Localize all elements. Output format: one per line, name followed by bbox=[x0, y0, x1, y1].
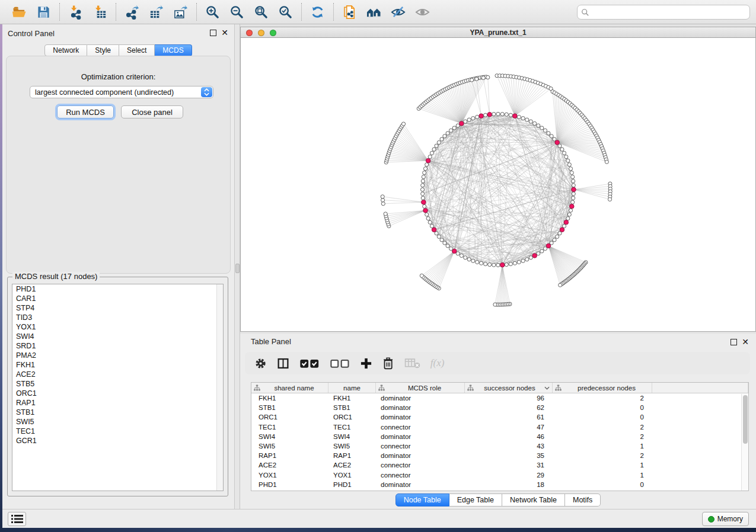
tab-network-table[interactable]: Network Table bbox=[502, 493, 565, 507]
mcds-tab-content: Optimization criterion: largest connecte… bbox=[6, 56, 231, 274]
control-panel-float-button[interactable] bbox=[210, 30, 216, 36]
toolbar-group bbox=[4, 4, 59, 20]
mcds-result-item[interactable]: GCR1 bbox=[12, 436, 223, 446]
column-header-name[interactable]: name bbox=[328, 383, 376, 393]
table-row[interactable]: YOX1YOX1connector291 bbox=[251, 470, 748, 480]
cell: dominator bbox=[376, 393, 465, 403]
network-canvas[interactable] bbox=[241, 38, 755, 331]
table-scrollbar-thumb[interactable] bbox=[743, 395, 748, 444]
task-history-button[interactable] bbox=[8, 512, 26, 526]
column-header-successor-nodes[interactable]: successor nodes bbox=[465, 383, 553, 393]
memory-button[interactable]: Memory bbox=[702, 512, 749, 526]
mcds-result-item[interactable]: STB1 bbox=[12, 408, 223, 417]
hide-selected-button[interactable] bbox=[390, 4, 406, 20]
network-graph[interactable] bbox=[241, 38, 755, 331]
table-row[interactable]: RAP1RAP1dominator352 bbox=[251, 451, 748, 460]
mcds-result-item[interactable]: ORC1 bbox=[12, 389, 223, 398]
add-column-button[interactable] bbox=[360, 356, 372, 370]
list-icon bbox=[11, 515, 23, 523]
control-panel-close-button[interactable]: ✕ bbox=[220, 27, 229, 38]
mcds-result-item[interactable]: TEC1 bbox=[12, 427, 223, 436]
cell: connector bbox=[376, 460, 465, 470]
mcds-result-item[interactable]: PHD1 bbox=[12, 284, 223, 294]
table-row[interactable]: PHD1PHD1dominator180 bbox=[251, 480, 748, 489]
cell: 47 bbox=[465, 422, 553, 432]
import-table-button[interactable] bbox=[92, 4, 108, 20]
mcds-list-scrollbar[interactable] bbox=[216, 284, 223, 491]
export-image-button[interactable] bbox=[173, 4, 189, 20]
zoom-out-button[interactable] bbox=[229, 4, 245, 20]
cell: dominator bbox=[376, 480, 465, 489]
mcds-result-item[interactable]: RAP1 bbox=[12, 398, 223, 408]
table-panel-close-button[interactable]: ✕ bbox=[741, 336, 750, 347]
cell: SWI4 bbox=[251, 432, 328, 441]
export-table-button[interactable] bbox=[148, 4, 164, 20]
column-header-predecessor-nodes[interactable]: predecessor nodes bbox=[553, 383, 652, 393]
mcds-result-item[interactable]: SWI5 bbox=[12, 417, 223, 427]
column-header-MCDS-role[interactable]: MCDS role bbox=[376, 383, 465, 393]
network-window-title: YPA_prune.txt_1 bbox=[241, 28, 755, 37]
refresh-view-button[interactable] bbox=[310, 4, 326, 20]
tab-style[interactable]: Style bbox=[87, 44, 119, 56]
mcds-result-item[interactable]: TID3 bbox=[12, 313, 223, 322]
mcds-result-item[interactable]: STB5 bbox=[12, 379, 223, 389]
show-all-button[interactable] bbox=[414, 4, 430, 20]
panel-splitter bbox=[235, 24, 240, 509]
table-panel-float-button[interactable] bbox=[731, 339, 737, 345]
tab-network[interactable]: Network bbox=[44, 44, 87, 56]
zoom-fit-button[interactable] bbox=[253, 4, 269, 20]
table-row[interactable]: SWI4SWI4dominator462 bbox=[251, 432, 748, 441]
table-row[interactable]: TEC1TEC1connector472 bbox=[251, 422, 748, 432]
cell: 2 bbox=[553, 432, 652, 441]
tab-select[interactable]: Select bbox=[119, 44, 155, 56]
mcds-result-item[interactable]: YOX1 bbox=[12, 322, 223, 332]
mcds-result-item[interactable]: FKH1 bbox=[12, 360, 223, 370]
mcds-result-item[interactable]: SWI4 bbox=[12, 332, 223, 341]
table-row[interactable]: ACE2ACE2connector311 bbox=[251, 460, 748, 470]
select-all-columns-button[interactable] bbox=[299, 356, 320, 370]
table-mode-button[interactable] bbox=[254, 356, 267, 370]
cell: 2 bbox=[553, 451, 652, 460]
select-all-columns-icon bbox=[299, 357, 320, 370]
show-columns-button[interactable] bbox=[277, 356, 289, 370]
optimization-criterion-value: largest connected component (undirected) bbox=[35, 88, 174, 97]
close-panel-button[interactable]: Close panel bbox=[121, 105, 183, 118]
import-network-button[interactable] bbox=[68, 4, 84, 20]
column-header-shared-name[interactable]: shared name bbox=[251, 383, 328, 393]
new-network-from-selection-button[interactable] bbox=[342, 4, 358, 20]
memory-label: Memory bbox=[717, 515, 743, 523]
zoom-in-icon bbox=[205, 5, 220, 20]
splitter-handle[interactable] bbox=[235, 264, 240, 273]
export-network-button[interactable] bbox=[124, 4, 140, 20]
table-row[interactable]: STB1STB1dominator620 bbox=[251, 403, 748, 412]
mcds-result-item[interactable]: ACE2 bbox=[12, 370, 223, 379]
table-row[interactable]: SWI5SWI5connector431 bbox=[251, 441, 748, 451]
optimization-criterion-select[interactable]: largest connected component (undirected) bbox=[30, 86, 213, 98]
run-mcds-button[interactable]: Run MCDS bbox=[57, 105, 114, 118]
cell: 1 bbox=[553, 460, 652, 470]
tab-edge-table[interactable]: Edge Table bbox=[449, 493, 502, 507]
mcds-result-item[interactable]: CAR1 bbox=[12, 294, 223, 303]
cell-filler bbox=[652, 441, 748, 451]
table-row[interactable]: ORC1ORC1dominator610 bbox=[251, 412, 748, 422]
mcds-result-item[interactable]: STP4 bbox=[12, 303, 223, 313]
first-neighbors-button[interactable] bbox=[366, 4, 382, 20]
zoom-selected-button[interactable] bbox=[277, 4, 294, 20]
network-window: YPA_prune.txt_1 bbox=[240, 27, 756, 332]
tab-node-table[interactable]: Node Table bbox=[395, 493, 449, 507]
open-file-button[interactable] bbox=[11, 4, 27, 20]
search-input[interactable] bbox=[592, 8, 746, 17]
tab-mcds[interactable]: MCDS bbox=[155, 44, 192, 56]
mcds-result-item[interactable]: SRD1 bbox=[12, 341, 223, 351]
zoom-in-button[interactable] bbox=[205, 4, 221, 20]
tab-motifs[interactable]: Motifs bbox=[565, 493, 601, 507]
control-panel-title: Control Panel bbox=[8, 29, 55, 38]
delete-table-icon bbox=[404, 357, 420, 370]
table-row[interactable]: FKH1FKH1dominator962 bbox=[251, 393, 748, 403]
add-column-icon bbox=[360, 357, 372, 370]
deselect-all-columns-button[interactable] bbox=[330, 356, 350, 370]
table-tabs: Node TableEdge TableNetwork TableMotifs bbox=[240, 493, 756, 507]
mcds-result-item[interactable]: PMA2 bbox=[12, 351, 223, 360]
delete-column-button[interactable] bbox=[382, 356, 394, 370]
save-session-button[interactable] bbox=[36, 4, 52, 20]
